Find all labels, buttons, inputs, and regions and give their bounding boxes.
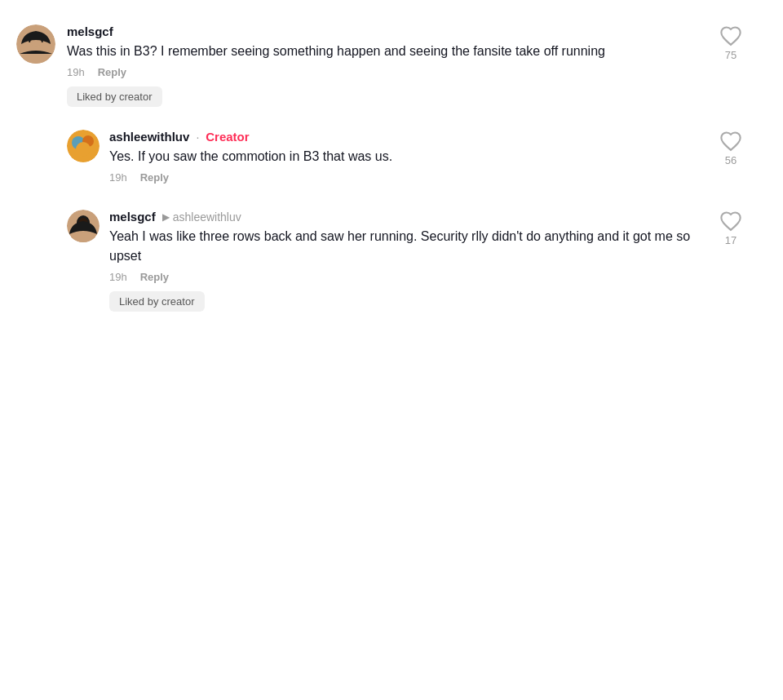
nested-comment-item: ashleewithluv · Creator Yes. If you saw …	[67, 130, 767, 190]
comment-item: melsgcf Was this in B3? I remember seein…	[16, 24, 767, 110]
like-section: 56	[719, 130, 742, 166]
comment-body: ashleewithluv · Creator Yes. If you saw …	[109, 130, 767, 190]
comment-meta: 19h Reply	[109, 171, 767, 184]
comment-username: melsgcf	[109, 210, 156, 224]
reply-button[interactable]: Reply	[140, 271, 169, 283]
comment-timestamp: 19h	[109, 271, 127, 283]
avatar	[16, 24, 55, 64]
heart-icon[interactable]	[719, 24, 742, 47]
comment-body: melsgcf Was this in B3? I remember seein…	[67, 24, 767, 110]
liked-by-creator-badge: Liked by creator	[67, 86, 162, 107]
avatar	[67, 130, 100, 162]
svg-point-8	[76, 142, 91, 157]
comment-username: melsgcf	[67, 24, 113, 38]
comment-meta: 19h Reply	[109, 271, 767, 283]
comment-header: melsgcf	[67, 24, 767, 38]
like-section: 75	[719, 24, 742, 61]
like-count: 56	[725, 154, 737, 166]
comment-body: melsgcf ▶ ashleewithluv Yeah I was like …	[109, 210, 767, 315]
comment-text: Was this in B3? I remember seeing someth…	[67, 42, 654, 61]
nested-comments: ashleewithluv · Creator Yes. If you saw …	[67, 130, 767, 315]
comment-text: Yeah I was like three rows back and saw …	[109, 227, 697, 266]
like-count: 17	[725, 234, 737, 246]
reply-to: ▶ ashleewithluv	[162, 210, 241, 224]
separator: ·	[196, 131, 199, 144]
comment-username: ashleewithluv	[109, 130, 189, 144]
like-section: 17	[719, 210, 742, 246]
heart-icon[interactable]	[719, 210, 742, 233]
like-count: 75	[725, 49, 737, 61]
avatar	[67, 210, 100, 242]
reply-button[interactable]: Reply	[140, 171, 169, 184]
comment-header: melsgcf ▶ ashleewithluv	[109, 210, 767, 224]
reply-to-username: ashleewithluv	[173, 210, 241, 224]
creator-badge: Creator	[206, 130, 249, 144]
comment-timestamp: 19h	[67, 66, 85, 78]
comment-timestamp: 19h	[109, 171, 127, 184]
reply-button[interactable]: Reply	[98, 66, 126, 78]
reply-arrow-icon: ▶	[162, 211, 170, 223]
comments-container: melsgcf Was this in B3? I remember seein…	[0, 16, 783, 343]
comment-header: ashleewithluv · Creator	[109, 130, 767, 144]
comment-meta: 19h Reply	[67, 66, 767, 78]
comment-text: Yes. If you saw the commotion in B3 that…	[109, 147, 697, 166]
liked-by-creator-badge: Liked by creator	[109, 291, 205, 312]
nested-comment-item: melsgcf ▶ ashleewithluv Yeah I was like …	[67, 210, 767, 315]
heart-icon[interactable]	[719, 130, 742, 153]
